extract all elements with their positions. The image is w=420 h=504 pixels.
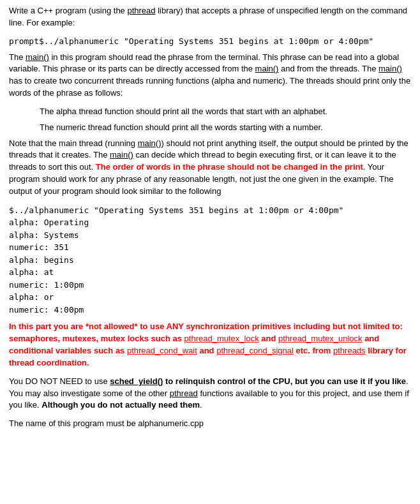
prompt-text: prompt$../alphanumeric "Operating System… <box>9 36 373 46</box>
output-header-line: $../alphanumeric "Operating Systems 351 … <box>9 204 411 217</box>
restriction-text-4: and <box>197 346 216 355</box>
numeric-thread-text: The numeric thread function should print… <box>40 122 323 132</box>
output-line-1: alpha: Operating <box>9 216 411 229</box>
sched-after: to relinquish control of the CPU, but yo… <box>163 376 406 386</box>
pthread-link-1: pthread <box>127 6 155 15</box>
output-line-3: numeric: 351 <box>9 241 411 254</box>
pthread-mutex-unlock-link: pthread_mutex_unlock <box>278 334 363 343</box>
main-description-paragraph: The main() in this program should read t… <box>9 52 411 100</box>
main-link-4: main() <box>138 138 161 148</box>
output-line-7: alpha: or <box>9 291 411 304</box>
intro-paragraph: Write a C++ program (using the pthread l… <box>9 5 411 29</box>
numeric-thread-description: The numeric thread function should print… <box>40 122 411 134</box>
pthreads-link: pthreads <box>333 346 366 355</box>
restriction-text-5: etc. from <box>294 346 333 355</box>
pthread-mutex-lock-link: pthread_mutex_lock <box>184 334 259 343</box>
restriction-paragraph: In this part you are *not allowed* to us… <box>9 321 411 369</box>
pthread-link-2: pthread <box>170 389 198 398</box>
sched-period: . <box>200 400 202 410</box>
output-line-5: alpha: at <box>9 266 411 279</box>
note-paragraph: Note that the main thread (running main(… <box>9 138 411 198</box>
alpha-thread-text: The alpha thread function should print a… <box>40 107 327 116</box>
sched-yield-link: sched_yield() <box>110 376 163 386</box>
sched-paragraph: You DO NOT NEED to use sched_yield() to … <box>9 376 411 412</box>
output-line-4: alpha: begins <box>9 254 411 267</box>
final-text: The name of this program must be alphanu… <box>9 419 204 428</box>
output-line-6: numeric: 1:00pm <box>9 279 411 292</box>
alpha-thread-description: The alpha thread function should print a… <box>40 106 411 118</box>
note-before-main1: Note that the main thread (running <box>9 138 138 148</box>
para1-rest: has to create two concurrent threads run… <box>9 76 410 98</box>
main-link-1: main() <box>26 52 49 62</box>
restriction-text-2: and <box>259 334 278 343</box>
intro-text-1: Write a C++ program (using the <box>9 6 127 15</box>
output-line-8: numeric: 4:00pm <box>9 304 411 316</box>
order-warning: The order of words in the phrase should … <box>96 162 363 172</box>
main-link-2: main() <box>255 64 279 73</box>
prompt-example: prompt$../alphanumeric "Operating System… <box>9 36 411 48</box>
output-line-2: alpha: Systems <box>9 229 411 242</box>
sched-before: You DO NOT NEED to use <box>9 376 110 386</box>
main-link-5: main() <box>110 150 133 159</box>
para1-mid: and from the threads. The <box>278 64 379 73</box>
main-content: Write a C++ program (using the pthread l… <box>9 5 411 430</box>
pthread-cond-wait-link: pthread_cond_wait <box>127 346 197 355</box>
main-link-3: main() <box>379 64 402 73</box>
para1-before-main1: The <box>9 52 26 62</box>
pthread-cond-signal-link: pthread_cond_signal <box>216 346 294 355</box>
output-block: $../alphanumeric "Operating Systems 351 … <box>9 204 411 316</box>
sched-bold-end: Although you do not actually need them <box>41 400 200 410</box>
final-paragraph: The name of this program must be alphanu… <box>9 418 411 430</box>
